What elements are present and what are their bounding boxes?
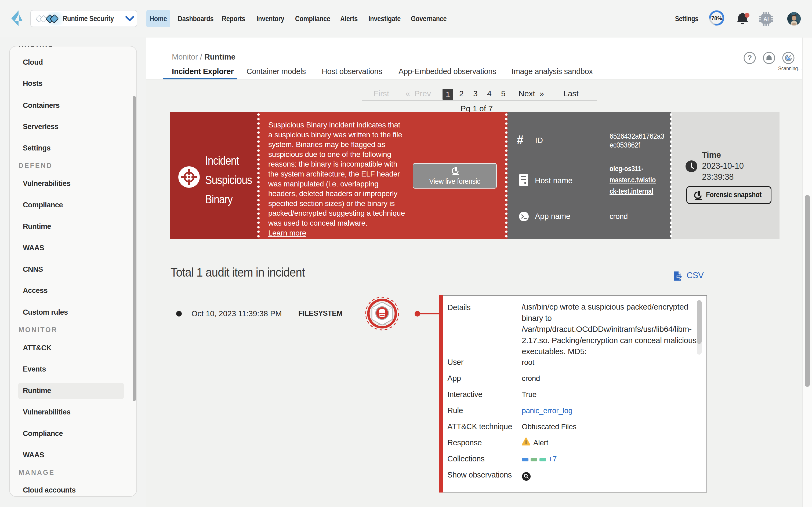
svg-text:78%: 78% xyxy=(711,15,722,21)
svg-text:AI: AI xyxy=(763,16,769,22)
svg-text:?: ? xyxy=(748,54,752,62)
